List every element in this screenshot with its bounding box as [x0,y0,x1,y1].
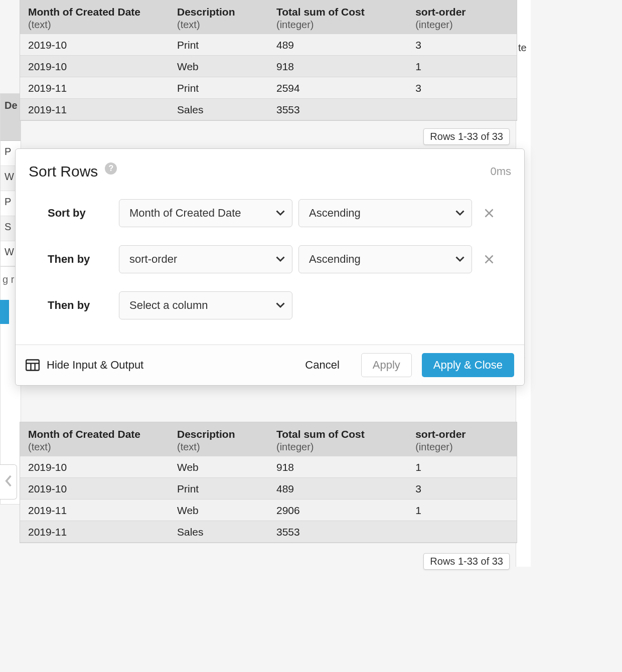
chevron-down-icon [276,302,285,308]
output-table: Month of Created Date(text) Description(… [20,422,517,543]
sort-column-select[interactable]: Month of Created Date [119,199,292,227]
sort-rows-dialog: Sort Rows ? 0ms Sort by Month of Created… [15,148,525,386]
table-row[interactable]: 2019-11Sales3553 [20,99,517,120]
sort-row-secondary: Then by sort-order Ascending [48,245,511,273]
dialog-body: Sort by Month of Created Date Ascending … [16,184,524,345]
apply-close-button[interactable]: Apply & Close [422,353,514,377]
sort-column-select[interactable]: Select a column [119,291,292,319]
cancel-button[interactable]: Cancel [293,353,351,377]
remove-sort-button[interactable] [481,205,497,221]
table-row[interactable]: 2019-10Web9181 [20,456,517,478]
bg-blue-handle [0,300,9,324]
hide-io-label: Hide Input & Output [47,359,143,372]
rowcount-badge: Rows 1-33 of 33 [423,128,510,145]
chevron-down-icon [276,256,285,262]
dialog-header: Sort Rows ? 0ms [16,149,524,184]
table-row[interactable]: 2019-10Print4893 [20,34,517,56]
dialog-title: Sort Rows [29,163,98,180]
input-table: Month of Created Date(text) Description(… [20,0,517,120]
sort-direction-select[interactable]: Ascending [298,245,472,273]
apply-button[interactable]: Apply [361,353,412,377]
sort-by-label: Sort by [48,207,113,220]
chevron-down-icon [455,256,464,262]
table-row[interactable]: 2019-11Print25943 [20,77,517,99]
sort-row-primary: Sort by Month of Created Date Ascending [48,199,511,227]
col-header[interactable]: sort-order(integer) [407,422,517,456]
output-table-wrap: Month of Created Date(text) Description(… [20,422,517,573]
chevron-down-icon [276,210,285,216]
help-icon[interactable]: ? [105,162,117,175]
bg-left-header: De [1,94,21,141]
table-icon [26,359,40,371]
col-header[interactable]: sort-order(integer) [407,0,517,34]
col-header[interactable]: Total sum of Cost(integer) [268,422,407,456]
table-header-row: Month of Created Date(text) Description(… [20,422,517,456]
table-row[interactable]: 2019-11Web29061 [20,499,517,521]
svg-rect-0 [26,360,39,371]
col-header[interactable]: Month of Created Date(text) [20,0,169,34]
then-by-label: Then by [48,253,113,266]
chevron-down-icon [455,210,464,216]
table-row[interactable]: 2019-10Web9181 [20,56,517,77]
table-row[interactable]: 2019-10Print4893 [20,478,517,499]
sort-column-select[interactable]: sort-order [119,245,292,273]
remove-sort-button[interactable] [481,251,497,267]
table-row[interactable]: 2019-11Sales3553 [20,521,517,543]
col-header[interactable]: Description(text) [169,422,268,456]
execution-time: 0ms [490,165,511,178]
col-header[interactable]: Month of Created Date(text) [20,422,169,456]
bg-right-char: te [518,42,527,54]
collapse-handle[interactable] [0,464,17,499]
input-table-wrap: Month of Created Date(text) Description(… [20,0,517,148]
chevron-left-icon [4,474,13,490]
rowcount-badge: Rows 1-33 of 33 [423,553,510,570]
table-header-row: Month of Created Date(text) Description(… [20,0,517,34]
col-header[interactable]: Description(text) [169,0,268,34]
then-by-label: Then by [48,299,113,312]
sort-direction-select[interactable]: Ascending [298,199,472,227]
col-header[interactable]: Total sum of Cost(integer) [268,0,407,34]
dialog-footer: Hide Input & Output Cancel Apply Apply &… [16,345,524,385]
sort-row-add: Then by Select a column [48,291,511,319]
hide-io-button[interactable]: Hide Input & Output [26,359,143,372]
